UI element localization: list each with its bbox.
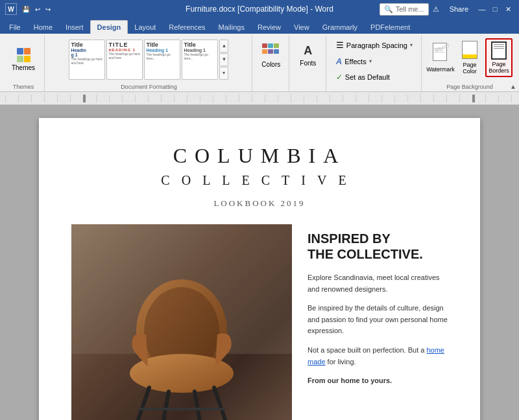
fonts-button[interactable]: A Fonts: [295, 40, 322, 79]
doc-title-collective: COLLECTIVE: [71, 173, 448, 188]
redo-button[interactable]: ↪: [44, 5, 52, 14]
fp4-body: The headings go here...: [184, 52, 216, 60]
tell-me-box[interactable]: 🔍 Tell me...: [380, 3, 429, 16]
doc-formatting-label: Document Formatting: [46, 84, 252, 90]
para-spacing-label: Paragraph Spacing: [346, 41, 407, 49]
fonts-group: A Fonts: [291, 35, 326, 91]
scroll-more-button[interactable]: ▾: [219, 67, 228, 80]
quick-access-toolbar: 💾 ↩ ↪: [21, 5, 52, 14]
themes-button[interactable]: Themes: [6, 39, 40, 80]
ribbon-tabs: File Home Insert Design Layout Reference…: [0, 18, 519, 34]
maximize-button[interactable]: □: [489, 3, 501, 15]
fp1-body: The headings go here and here: [71, 57, 103, 65]
document-title: Furniture.docx [Compatibility Mode] - Wo…: [186, 5, 333, 14]
paragraph-spacing-button[interactable]: ☰ Paragraph Spacing ▾: [332, 38, 417, 52]
search-icon: 🔍: [384, 5, 393, 14]
fp2-body: The headings go here and here: [108, 52, 141, 60]
tab-view[interactable]: View: [287, 21, 316, 34]
doc-content: INSPIRED BYTHE COLLECTIVE. Explore Scand…: [71, 224, 448, 420]
format-preview-3[interactable]: Title Heading 1 The headings go here...: [144, 40, 180, 80]
effects-icon: A: [336, 56, 342, 66]
page-borders-icon: [490, 41, 508, 60]
tab-insert[interactable]: Insert: [59, 21, 90, 34]
chair-image: [71, 224, 292, 420]
title-bar-left: W 💾 ↩ ↪: [5, 3, 52, 15]
page-background-group: DRAFT Watermark Page Color: [423, 35, 516, 91]
page-background-group-label: Page Background: [423, 84, 516, 90]
fp4-title: Title: [184, 41, 216, 48]
save-button[interactable]: 💾: [21, 5, 31, 14]
tab-pdfelement[interactable]: PDFelement: [364, 21, 416, 34]
doc-para-2: Be inspired by the details of culture, d…: [308, 303, 448, 337]
tell-me-label: Tell me...: [396, 5, 424, 13]
warning-icon: ⚠: [433, 5, 439, 14]
set-as-default-button[interactable]: ✓ Set as Default: [332, 70, 417, 84]
close-button[interactable]: ✕: [502, 3, 514, 15]
home-made-link[interactable]: home made: [308, 346, 444, 366]
ruler-area: [0, 92, 519, 105]
fp1-heading: Heading 1: [71, 48, 103, 57]
fp3-title: Title: [146, 41, 178, 48]
colors-group-content: Colors: [258, 36, 285, 91]
ribbon-collapse-button[interactable]: ▲: [510, 83, 516, 90]
colors-icon: [262, 43, 280, 59]
ruler-marker-left: [83, 95, 86, 102]
page-color-icon: [461, 41, 479, 60]
tab-design[interactable]: Design: [90, 20, 128, 34]
themes-group-label: Themes: [3, 84, 44, 90]
scroll-down-button[interactable]: ▼: [219, 53, 228, 66]
fp1-title: Title: [71, 41, 103, 48]
page-color-label: Page Color: [459, 62, 481, 75]
tab-layout[interactable]: Layout: [128, 21, 162, 34]
colors-button[interactable]: Colors: [258, 40, 285, 79]
format-scroll-btns: ▲ ▼ ▾: [219, 40, 228, 80]
window-controls: 🔍 Tell me... ⚠ Share — □ ✕: [380, 3, 514, 16]
tab-file[interactable]: File: [3, 21, 27, 34]
para-spacing-icon: ☰: [336, 40, 344, 50]
tab-home[interactable]: Home: [27, 21, 59, 34]
colors-group: Colors: [254, 35, 289, 91]
format-preview-1[interactable]: Title Heading 1 The headings go here and…: [69, 40, 105, 80]
para-effects-group: ☰ Paragraph Spacing ▾ A Effects ▾ ✓ Set …: [328, 35, 422, 91]
share-button[interactable]: Share: [443, 3, 475, 15]
scroll-up-button[interactable]: ▲: [219, 40, 228, 52]
effects-label: Effects: [344, 58, 366, 65]
doc-para-3: Not a space built on perfection. But a h…: [308, 345, 448, 368]
effects-button[interactable]: A Effects ▾: [332, 54, 417, 69]
fp2-title: TITLE: [108, 41, 141, 48]
ruler-marker-right: [472, 95, 475, 102]
fonts-icon: A: [304, 44, 312, 58]
fonts-group-content: A Fonts: [295, 36, 322, 91]
checkmark-icon: ✓: [336, 73, 343, 82]
themes-label: Themes: [12, 64, 35, 71]
para-effects-content: ☰ Paragraph Spacing ▾ A Effects ▾ ✓ Set …: [332, 36, 417, 93]
doc-para-1: Explore Scandinavia, meet local creative…: [308, 272, 448, 295]
format-preview-4[interactable]: Title Heading 1 The headings go here...: [182, 40, 218, 80]
page-borders-button[interactable]: Page Borders: [485, 38, 513, 77]
page-color-button[interactable]: Page Color: [456, 38, 483, 77]
tab-grammarly[interactable]: Grammarly: [316, 21, 364, 34]
tab-mailings[interactable]: Mailings: [212, 21, 251, 34]
minimize-button[interactable]: —: [476, 3, 488, 15]
fp3-heading: Heading 1: [146, 48, 178, 52]
watermark-button[interactable]: DRAFT Watermark: [427, 38, 454, 77]
title-bar: W 💾 ↩ ↪ Furniture.docx [Compatibility Mo…: [0, 0, 519, 18]
effects-dropdown-icon: ▾: [369, 58, 372, 64]
page-bg-btns: DRAFT Watermark Page Color: [427, 36, 513, 86]
colors-label: Colors: [261, 61, 280, 68]
doc-formatting-group: Title Heading 1 The headings go here and…: [46, 35, 252, 91]
page-borders-label: Page Borders: [489, 61, 509, 74]
tab-review[interactable]: Review: [251, 21, 287, 34]
themes-group: Themes Themes: [3, 35, 45, 91]
themes-icon: [17, 48, 30, 62]
doc-area: COLUMBIA COLLECTIVE LOOKBOOK 2019: [0, 105, 519, 420]
doc-text-side: INSPIRED BYTHE COLLECTIVE. Explore Scand…: [308, 224, 448, 395]
ribbon: Themes Themes Title Heading 1 The headin…: [0, 34, 519, 92]
para-effects-stack: ☰ Paragraph Spacing ▾ A Effects ▾ ✓ Set …: [332, 36, 417, 84]
undo-button[interactable]: ↩: [34, 5, 42, 14]
format-preview-2[interactable]: TITLE HEADING 1 The headings go here and…: [106, 40, 143, 80]
watermark-label: Watermark: [426, 66, 455, 73]
tab-references[interactable]: References: [162, 21, 211, 34]
ruler: [5, 95, 514, 102]
fp4-heading: Heading 1: [184, 48, 216, 52]
